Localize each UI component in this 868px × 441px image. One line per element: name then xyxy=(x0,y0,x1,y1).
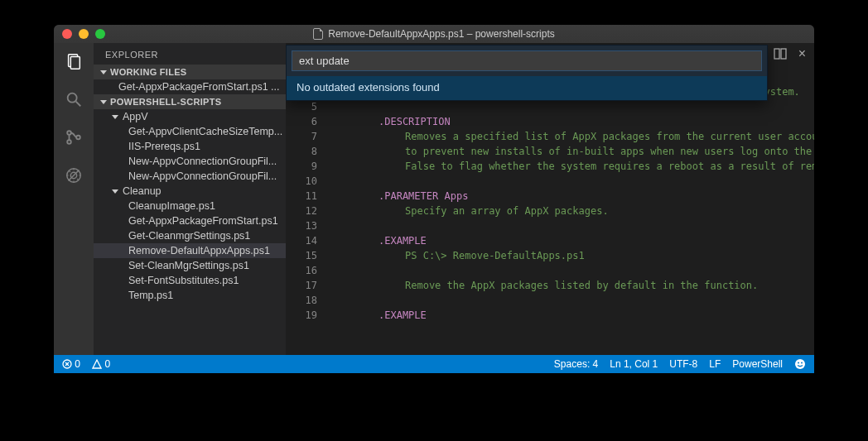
code-token: Removes a specified list of AppX package… xyxy=(326,131,814,142)
line-number: 8 xyxy=(286,144,317,159)
status-eol[interactable]: LF xyxy=(709,358,721,370)
svg-line-3 xyxy=(76,102,81,107)
command-palette: No outdated extensions found xyxy=(286,45,768,101)
chevron-down-icon xyxy=(100,100,107,104)
line-number: 12 xyxy=(286,204,317,218)
status-errors[interactable]: 0 xyxy=(62,358,80,370)
sidebar-title: EXPLORER xyxy=(94,43,286,65)
file-item[interactable]: Get-AppxPackageFromStart.ps1 xyxy=(94,213,286,228)
svg-rect-1 xyxy=(70,57,80,70)
line-number: 11 xyxy=(286,189,317,204)
command-input[interactable] xyxy=(292,50,762,71)
code-token: .EXAMPLE xyxy=(326,235,427,247)
line-number: 17 xyxy=(286,278,317,293)
explorer-icon[interactable] xyxy=(64,51,84,71)
file-item-active[interactable]: Remove-DefaultAppxApps.ps1 xyxy=(94,243,286,258)
line-number: 9 xyxy=(286,159,317,174)
svg-point-5 xyxy=(67,140,71,144)
errors-count: 0 xyxy=(75,358,80,370)
line-number: 10 xyxy=(286,174,317,189)
feedback-icon[interactable] xyxy=(794,358,806,370)
command-result[interactable]: No outdated extensions found xyxy=(287,76,767,100)
line-number: 18 xyxy=(286,293,317,308)
close-icon[interactable]: × xyxy=(798,48,806,60)
window-title: Remove-DefaultAppxApps.ps1 – powershell-… xyxy=(54,28,814,40)
section-label: WORKING FILES xyxy=(110,67,187,77)
file-item[interactable]: Set-CleanMgrSettings.ps1 xyxy=(94,258,286,273)
line-number: 14 xyxy=(286,233,317,248)
titlebar: Remove-DefaultAppxApps.ps1 – powershell-… xyxy=(54,25,814,43)
chevron-down-icon xyxy=(100,70,107,74)
editor: No outdated extensions found × 3 4 5 6 7… xyxy=(286,43,814,355)
search-icon[interactable] xyxy=(64,89,84,109)
file-item[interactable]: Get-CleanmgrSettings.ps1 xyxy=(94,228,286,243)
line-number: 13 xyxy=(286,218,317,233)
file-item[interactable]: IIS-Prereqs.ps1 xyxy=(94,139,286,154)
svg-rect-12 xyxy=(774,49,779,59)
svg-point-18 xyxy=(798,362,799,364)
svg-point-4 xyxy=(67,131,71,135)
status-warnings[interactable]: 0 xyxy=(92,358,110,370)
debug-icon[interactable] xyxy=(64,165,84,185)
file-item[interactable]: New-AppvConnectionGroupFil... xyxy=(94,169,286,184)
code-token: PS C:\> Remove-DefaultApps.ps1 xyxy=(326,250,585,261)
svg-rect-13 xyxy=(781,49,786,59)
line-number: 6 xyxy=(286,114,317,129)
file-item[interactable]: Get-AppvClientCacheSizeTemp... xyxy=(94,124,286,139)
title-text: Remove-DefaultAppxApps.ps1 – powershell-… xyxy=(328,28,554,40)
status-encoding[interactable]: UTF-8 xyxy=(669,358,697,370)
section-repo[interactable]: POWERSHELL-SCRIPTS xyxy=(94,94,286,109)
working-file-item[interactable]: Get-AppxPackageFromStart.ps1 ... xyxy=(94,79,286,94)
file-icon xyxy=(313,28,323,40)
line-number: 19 xyxy=(286,308,317,323)
status-lncol[interactable]: Ln 1, Col 1 xyxy=(610,358,658,370)
code-token: to prevent new installs of in-built apps… xyxy=(326,146,814,157)
code-token: Specify an array of AppX packages. xyxy=(326,205,609,217)
code-token: False to flag whether the system require… xyxy=(326,161,814,172)
code-token: Remove the AppX packages listed by defau… xyxy=(326,280,758,291)
section-working-files[interactable]: WORKING FILES xyxy=(94,65,286,79)
status-bar: 0 0 Spaces: 4 Ln 1, Col 1 UTF-8 LF Power… xyxy=(54,355,814,373)
warnings-count: 0 xyxy=(104,358,110,370)
code-token: .DESCRIPTION xyxy=(326,116,451,127)
line-number: 7 xyxy=(286,129,317,144)
open-changes-icon[interactable] xyxy=(774,48,787,60)
status-spaces[interactable]: Spaces: 4 xyxy=(554,358,598,370)
line-number: 15 xyxy=(286,248,317,263)
svg-point-19 xyxy=(801,362,803,364)
line-number: 5 xyxy=(286,99,317,114)
svg-point-2 xyxy=(68,93,77,103)
status-lang[interactable]: PowerShell xyxy=(732,358,783,370)
source-control-icon[interactable] xyxy=(64,127,84,147)
folder-appv[interactable]: AppV xyxy=(94,109,286,124)
sidebar: EXPLORER WORKING FILES Get-AppxPackageFr… xyxy=(94,43,286,355)
svg-point-6 xyxy=(76,136,80,140)
file-item[interactable]: Set-FontSubstitutes.ps1 xyxy=(94,273,286,288)
line-number: 16 xyxy=(286,263,317,278)
file-item[interactable]: Temp.ps1 xyxy=(94,288,286,303)
svg-point-17 xyxy=(795,359,805,369)
section-label: POWERSHELL-SCRIPTS xyxy=(110,97,221,107)
code-token: .EXAMPLE xyxy=(326,309,427,321)
file-item[interactable]: New-AppvConnectionGroupFil... xyxy=(94,154,286,169)
app-window: Remove-DefaultAppxApps.ps1 – powershell-… xyxy=(54,25,814,373)
code-token: .PARAMETER Apps xyxy=(326,190,468,202)
file-item[interactable]: CleanupImage.ps1 xyxy=(94,199,286,213)
folder-cleanup[interactable]: Cleanup xyxy=(94,184,286,199)
activity-bar xyxy=(54,43,94,355)
